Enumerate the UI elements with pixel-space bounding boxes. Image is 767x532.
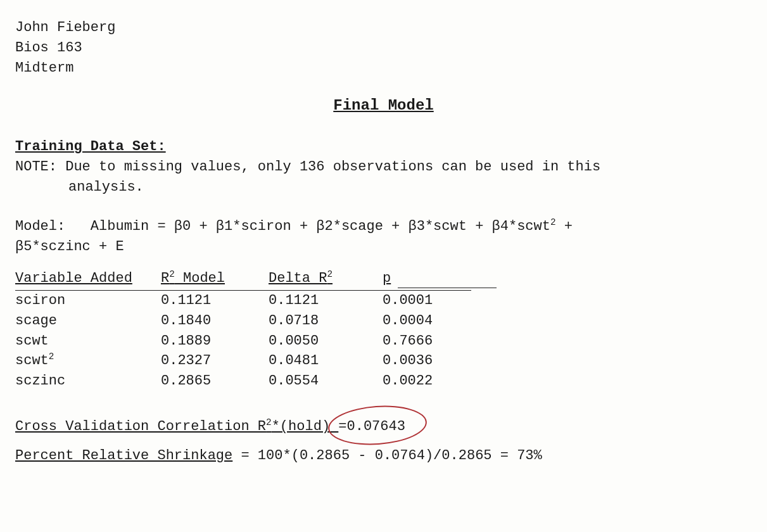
cell-p: 0.7666 xyxy=(383,331,471,352)
cell-variable: sczinc xyxy=(15,371,161,391)
cv-label: Cross Validation Correlation R2*(hold) xyxy=(15,419,338,434)
table-row: scwt0.18890.00500.7666 xyxy=(15,331,471,352)
cell-r2: 0.2865 xyxy=(161,371,269,391)
document-header: John Fieberg Bios 163 Midterm xyxy=(15,18,752,79)
cell-delta: 0.0718 xyxy=(269,311,383,331)
cv-eq: = xyxy=(338,419,346,434)
cell-variable: scwt2 xyxy=(15,351,161,371)
model-equation: Model: Albumin = β0 + β1*sciron + β2*sca… xyxy=(15,217,752,257)
cell-p: 0.0004 xyxy=(383,311,471,331)
th-r2-sup: 2 xyxy=(169,269,175,279)
model-label: Model: xyxy=(15,218,65,234)
cv-label-b: *(hold) xyxy=(272,419,330,434)
cv-value: 0.07643 xyxy=(347,419,405,434)
course-name: Bios 163 xyxy=(15,38,752,58)
cell-p: 0.0022 xyxy=(383,371,471,391)
table-row: sczinc0.28650.05540.0022 xyxy=(15,371,471,391)
th-r2-tail: Model xyxy=(175,270,225,286)
training-section: Training Data Set: NOTE: Due to missing … xyxy=(15,137,752,198)
cv-label-a: Cross Validation Correlation R xyxy=(15,419,266,434)
th-delta-base: Delta R xyxy=(269,270,327,286)
cell-delta: 0.0481 xyxy=(269,351,383,371)
cell-r2: 0.1889 xyxy=(161,331,269,352)
table-row: scwt20.23270.04810.0036 xyxy=(15,351,471,371)
th-p: p xyxy=(383,269,471,290)
cell-delta: 0.0554 xyxy=(269,371,383,391)
model-eq-line2: β5*sczinc + E xyxy=(15,237,752,257)
author-name: John Fieberg xyxy=(15,18,752,38)
note-prefix: NOTE: xyxy=(15,159,57,175)
cell-variable: scage xyxy=(15,311,161,331)
cell-delta: 0.1121 xyxy=(269,290,383,310)
training-note: NOTE: Due to missing values, only 136 ob… xyxy=(15,157,752,177)
results-table: Variable Added R2 Model Delta R2 p sciro… xyxy=(15,269,471,391)
table-header-row: Variable Added R2 Model Delta R2 p xyxy=(15,269,471,290)
cell-variable: scwt xyxy=(15,331,161,352)
shrinkage-label: Percent Relative Shrinkage xyxy=(15,448,232,464)
th-delta-sup: 2 xyxy=(327,269,333,279)
model-eq-sq: 2 xyxy=(550,217,556,227)
cross-validation-line: Cross Validation Correlation R2*(hold) =… xyxy=(15,417,752,437)
table-row: sciron0.11210.11210.0001 xyxy=(15,290,471,310)
th-r2: R2 Model xyxy=(161,269,269,290)
shrinkage-rest: = 100*(0.2865 - 0.0764)/0.2865 = 73% xyxy=(232,448,542,464)
cell-r2: 0.1840 xyxy=(161,311,269,331)
model-eq-tail1: + xyxy=(556,218,573,234)
cell-variable: sciron xyxy=(15,290,161,310)
th-variable: Variable Added xyxy=(15,269,161,290)
cell-delta: 0.0050 xyxy=(269,331,383,352)
assignment-name: Midterm xyxy=(15,58,752,79)
page-title: Final Model xyxy=(15,95,752,117)
note-text-1: Due to missing values, only 136 observat… xyxy=(65,159,600,175)
cell-p: 0.0036 xyxy=(383,351,471,371)
th-r2-base: R xyxy=(161,270,169,286)
table-row: scage0.18400.07180.0004 xyxy=(15,311,471,331)
cv-label-sup: 2 xyxy=(266,417,272,428)
table-body: sciron0.11210.11210.0001scage0.18400.071… xyxy=(15,290,471,391)
shrinkage-line: Percent Relative Shrinkage = 100*(0.2865… xyxy=(15,446,752,466)
cell-r2: 0.2327 xyxy=(161,351,269,371)
cell-variable-sup: 2 xyxy=(49,352,54,362)
cell-r2: 0.1121 xyxy=(161,290,269,310)
model-eq-line1: Albumin = β0 + β1*sciron + β2*scage + β3… xyxy=(91,218,550,234)
cell-p: 0.0001 xyxy=(383,290,471,310)
note-text-2: analysis. xyxy=(15,177,752,198)
training-label: Training Data Set: xyxy=(15,139,166,155)
th-delta: Delta R2 xyxy=(269,269,383,290)
